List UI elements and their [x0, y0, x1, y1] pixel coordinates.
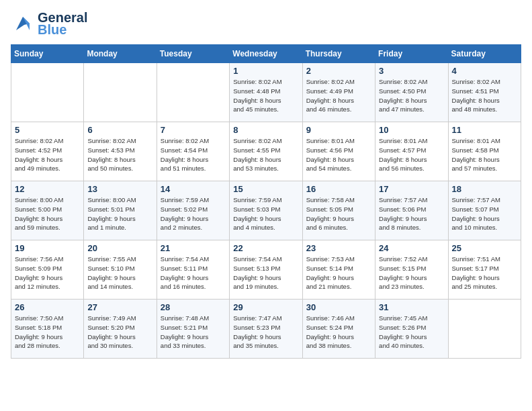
calendar-cell: 18Sunrise: 7:57 AM Sunset: 5:07 PM Dayli…: [448, 181, 521, 240]
day-number: 26: [15, 302, 80, 312]
calendar-cell: 12Sunrise: 8:00 AM Sunset: 5:00 PM Dayli…: [11, 181, 84, 240]
calendar-cell: 5Sunrise: 8:02 AM Sunset: 4:52 PM Daylig…: [11, 122, 84, 181]
day-info: Sunrise: 7:59 AM Sunset: 5:02 PM Dayligh…: [161, 195, 226, 232]
day-info: Sunrise: 7:59 AM Sunset: 5:03 PM Dayligh…: [233, 195, 298, 232]
day-number: 31: [379, 302, 444, 312]
day-number: 15: [233, 184, 298, 194]
day-number: 14: [161, 184, 226, 194]
day-info: Sunrise: 8:00 AM Sunset: 5:01 PM Dayligh…: [87, 195, 152, 232]
day-info: Sunrise: 7:47 AM Sunset: 5:23 PM Dayligh…: [233, 314, 298, 351]
calendar-cell: 27Sunrise: 7:49 AM Sunset: 5:20 PM Dayli…: [84, 300, 157, 359]
day-number: 11: [452, 125, 517, 135]
day-number: 4: [452, 66, 517, 76]
logo-icon: [11, 11, 35, 36]
calendar-cell: 31Sunrise: 7:45 AM Sunset: 5:26 PM Dayli…: [375, 300, 448, 359]
day-number: 13: [87, 184, 152, 194]
weekday-header-wednesday: Wednesday: [230, 45, 302, 63]
calendar-cell: 28Sunrise: 7:48 AM Sunset: 5:21 PM Dayli…: [157, 300, 229, 359]
day-number: 9: [306, 125, 371, 135]
weekday-header-sunday: Sunday: [11, 45, 84, 63]
day-number: 23: [306, 243, 371, 253]
day-number: 8: [233, 125, 298, 135]
calendar-cell: 6Sunrise: 8:02 AM Sunset: 4:53 PM Daylig…: [84, 122, 157, 181]
day-number: 20: [87, 243, 152, 253]
day-number: 19: [15, 243, 80, 253]
day-info: Sunrise: 7:51 AM Sunset: 5:17 PM Dayligh…: [452, 255, 517, 291]
calendar-cell: 17Sunrise: 7:57 AM Sunset: 5:06 PM Dayli…: [375, 181, 448, 240]
day-info: Sunrise: 8:01 AM Sunset: 4:56 PM Dayligh…: [306, 136, 371, 173]
calendar-cell: 15Sunrise: 7:59 AM Sunset: 5:03 PM Dayli…: [230, 181, 302, 240]
calendar-week-row: 26Sunrise: 7:50 AM Sunset: 5:18 PM Dayli…: [11, 300, 521, 359]
calendar-cell: 20Sunrise: 7:55 AM Sunset: 5:10 PM Dayli…: [84, 240, 157, 300]
day-info: Sunrise: 7:54 AM Sunset: 5:13 PM Dayligh…: [233, 255, 298, 291]
day-info: Sunrise: 7:53 AM Sunset: 5:14 PM Dayligh…: [306, 255, 371, 291]
calendar-cell: 24Sunrise: 7:52 AM Sunset: 5:15 PM Dayli…: [375, 240, 448, 300]
calendar-cell: [448, 300, 521, 359]
day-number: 25: [452, 243, 517, 253]
calendar-cell: [157, 63, 229, 122]
day-info: Sunrise: 8:02 AM Sunset: 4:50 PM Dayligh…: [379, 77, 444, 114]
day-info: Sunrise: 7:56 AM Sunset: 5:09 PM Dayligh…: [15, 255, 80, 291]
calendar-week-row: 5Sunrise: 8:02 AM Sunset: 4:52 PM Daylig…: [11, 122, 521, 181]
calendar-week-row: 1Sunrise: 8:02 AM Sunset: 4:48 PM Daylig…: [11, 63, 521, 122]
calendar-cell: 2Sunrise: 8:02 AM Sunset: 4:49 PM Daylig…: [302, 63, 375, 122]
calendar-cell: 19Sunrise: 7:56 AM Sunset: 5:09 PM Dayli…: [11, 240, 84, 300]
day-number: 21: [161, 243, 226, 253]
calendar-cell: 7Sunrise: 8:02 AM Sunset: 4:54 PM Daylig…: [157, 122, 229, 181]
day-info: Sunrise: 8:02 AM Sunset: 4:53 PM Dayligh…: [87, 136, 152, 173]
day-info: Sunrise: 8:02 AM Sunset: 4:54 PM Dayligh…: [161, 136, 226, 173]
calendar-cell: [84, 63, 157, 122]
day-number: 1: [233, 66, 298, 76]
weekday-header-monday: Monday: [84, 45, 157, 63]
day-info: Sunrise: 8:02 AM Sunset: 4:52 PM Dayligh…: [15, 136, 80, 173]
day-info: Sunrise: 7:54 AM Sunset: 5:11 PM Dayligh…: [161, 255, 226, 291]
day-number: 12: [15, 184, 80, 194]
day-number: 30: [306, 302, 371, 312]
day-number: 24: [379, 243, 444, 253]
day-number: 7: [161, 125, 226, 135]
logo-text-blue: Blue: [38, 23, 87, 36]
calendar-cell: 9Sunrise: 8:01 AM Sunset: 4:56 PM Daylig…: [302, 122, 375, 181]
day-number: 2: [306, 66, 371, 76]
day-info: Sunrise: 8:01 AM Sunset: 4:57 PM Dayligh…: [379, 136, 444, 173]
day-number: 16: [306, 184, 371, 194]
day-info: Sunrise: 7:50 AM Sunset: 5:18 PM Dayligh…: [15, 314, 80, 351]
weekday-header-tuesday: Tuesday: [157, 45, 229, 63]
calendar-cell: 16Sunrise: 7:58 AM Sunset: 5:05 PM Dayli…: [302, 181, 375, 240]
page-header: General Blue: [11, 11, 521, 36]
calendar-cell: [11, 63, 84, 122]
calendar-cell: 25Sunrise: 7:51 AM Sunset: 5:17 PM Dayli…: [448, 240, 521, 300]
day-info: Sunrise: 7:57 AM Sunset: 5:06 PM Dayligh…: [379, 195, 444, 232]
day-info: Sunrise: 8:02 AM Sunset: 4:51 PM Dayligh…: [452, 77, 517, 114]
day-info: Sunrise: 8:00 AM Sunset: 5:00 PM Dayligh…: [15, 195, 80, 232]
day-info: Sunrise: 7:46 AM Sunset: 5:24 PM Dayligh…: [306, 314, 371, 351]
day-number: 3: [379, 66, 444, 76]
day-info: Sunrise: 8:02 AM Sunset: 4:49 PM Dayligh…: [306, 77, 371, 114]
day-number: 27: [87, 302, 152, 312]
calendar-cell: 21Sunrise: 7:54 AM Sunset: 5:11 PM Dayli…: [157, 240, 229, 300]
day-info: Sunrise: 8:01 AM Sunset: 4:58 PM Dayligh…: [452, 136, 517, 173]
calendar-cell: 13Sunrise: 8:00 AM Sunset: 5:01 PM Dayli…: [84, 181, 157, 240]
calendar-cell: 10Sunrise: 8:01 AM Sunset: 4:57 PM Dayli…: [375, 122, 448, 181]
day-number: 22: [233, 243, 298, 253]
day-number: 10: [379, 125, 444, 135]
weekday-header-thursday: Thursday: [302, 45, 375, 63]
day-info: Sunrise: 7:49 AM Sunset: 5:20 PM Dayligh…: [87, 314, 152, 351]
calendar-cell: 1Sunrise: 8:02 AM Sunset: 4:48 PM Daylig…: [230, 63, 302, 122]
day-info: Sunrise: 7:58 AM Sunset: 5:05 PM Dayligh…: [306, 195, 371, 232]
calendar-cell: 30Sunrise: 7:46 AM Sunset: 5:24 PM Dayli…: [302, 300, 375, 359]
calendar-week-row: 19Sunrise: 7:56 AM Sunset: 5:09 PM Dayli…: [11, 240, 521, 300]
calendar-cell: 26Sunrise: 7:50 AM Sunset: 5:18 PM Dayli…: [11, 300, 84, 359]
calendar-cell: 11Sunrise: 8:01 AM Sunset: 4:58 PM Dayli…: [448, 122, 521, 181]
calendar-week-row: 12Sunrise: 8:00 AM Sunset: 5:00 PM Dayli…: [11, 181, 521, 240]
day-number: 29: [233, 302, 298, 312]
calendar-cell: 8Sunrise: 8:02 AM Sunset: 4:55 PM Daylig…: [230, 122, 302, 181]
day-number: 28: [161, 302, 226, 312]
weekday-header-saturday: Saturday: [448, 45, 521, 63]
calendar-cell: 22Sunrise: 7:54 AM Sunset: 5:13 PM Dayli…: [230, 240, 302, 300]
day-number: 6: [87, 125, 152, 135]
calendar-cell: 14Sunrise: 7:59 AM Sunset: 5:02 PM Dayli…: [157, 181, 229, 240]
day-number: 5: [15, 125, 80, 135]
calendar-cell: 3Sunrise: 8:02 AM Sunset: 4:50 PM Daylig…: [375, 63, 448, 122]
day-info: Sunrise: 8:02 AM Sunset: 4:55 PM Dayligh…: [233, 136, 298, 173]
